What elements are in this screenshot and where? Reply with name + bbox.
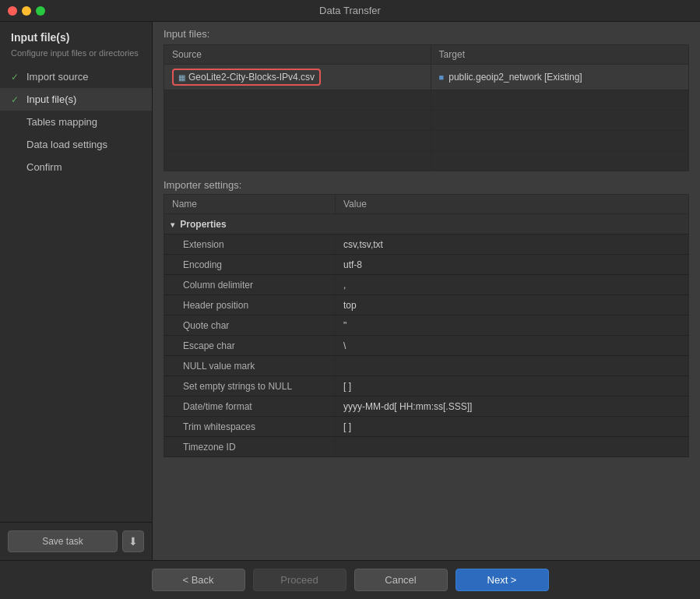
prop-name-empty-strings: Set empty strings to NULL [164, 376, 336, 396]
properties-group-header[interactable]: ▾ Properties [164, 214, 689, 234]
prop-value-header-position: top [336, 295, 689, 315]
source-file-name: GeoLite2-City-Blocks-IPv4.csv [188, 72, 315, 83]
settings-row-trim-whitespaces[interactable]: Trim whitespaces [ ] [164, 417, 689, 437]
close-button[interactable] [8, 6, 17, 16]
maximize-button[interactable] [36, 6, 45, 16]
input-files-label: Input files: [164, 28, 689, 40]
table-row-empty [164, 151, 689, 171]
cancel-button[interactable]: Cancel [354, 569, 448, 591]
prop-value-empty-strings: [ ] [336, 376, 689, 396]
prop-value-escape-char: \ [336, 336, 689, 356]
prop-value-extension: csv,tsv,txt [336, 234, 689, 255]
prop-value-null-value [336, 356, 689, 376]
title-bar: Data Transfer [0, 0, 700, 22]
target-name: public.geoip2_network [Existing] [448, 72, 582, 83]
sidebar: Input file(s) Configure input files or d… [0, 22, 153, 560]
csv-file-icon: ▦ [178, 73, 185, 82]
prop-name-extension: Extension [164, 234, 336, 255]
settings-row-null-value[interactable]: NULL value mark [164, 356, 689, 376]
check-icon: ✓ [11, 72, 22, 83]
settings-row-encoding[interactable]: Encoding utf-8 [164, 255, 689, 275]
sidebar-item-confirm[interactable]: ✓ Confirm [0, 156, 152, 178]
prop-name-escape-char: Escape char [164, 336, 336, 356]
source-column-header: Source [164, 45, 431, 65]
back-button[interactable]: < Back [152, 569, 245, 591]
prop-name-datetime-format: Date/time format [164, 396, 336, 417]
settings-icon-button[interactable]: ⬇ [122, 530, 144, 552]
sidebar-subheader: Configure input files or directories [0, 47, 152, 65]
prop-name-encoding: Encoding [164, 255, 336, 275]
prop-value-datetime-format: yyyy-MM-dd[ HH:mm:ss[.SSS]] [336, 396, 689, 417]
chevron-down-icon: ▾ [171, 220, 174, 229]
target-db-icon: ■ [439, 72, 445, 82]
sidebar-item-label: Import source [26, 71, 88, 83]
prop-name-quote-char: Quote char [164, 315, 336, 336]
main-container: Input file(s) Configure input files or d… [0, 22, 700, 560]
minimize-button[interactable] [22, 6, 31, 16]
prop-name-header-position: Header position [164, 295, 336, 315]
settings-row-extension[interactable]: Extension csv,tsv,txt [164, 234, 689, 255]
importer-settings-label: Importer settings: [164, 179, 689, 191]
files-table: Source Target ▦ GeoLite2-City-Blocks-IPv… [164, 44, 689, 171]
properties-group-label: ▾ Properties [164, 214, 689, 234]
check-icon: ✓ [11, 139, 22, 150]
table-row[interactable]: ▦ GeoLite2-City-Blocks-IPv4.csv ■ public… [164, 65, 689, 90]
sidebar-item-data-load-settings[interactable]: ✓ Data load settings [0, 133, 152, 156]
settings-row-quote-char[interactable]: Quote char " [164, 315, 689, 336]
settings-row-datetime-format[interactable]: Date/time format yyyy-MM-dd[ HH:mm:ss[.S… [164, 396, 689, 417]
save-task-button[interactable]: Save task [8, 530, 118, 552]
prop-name-timezone-id: Timezone ID [164, 437, 336, 457]
table-row-empty [164, 131, 689, 151]
window-title: Data Transfer [319, 5, 381, 16]
sidebar-item-tables-mapping[interactable]: ✓ Tables mapping [0, 111, 152, 133]
prop-name-null-value: NULL value mark [164, 356, 336, 376]
prop-value-trim-whitespaces: [ ] [336, 417, 689, 437]
settings-icon: ⬇ [128, 535, 138, 548]
check-icon: ✓ [11, 117, 22, 128]
input-files-section: Input files: Source Target ▦ [153, 22, 700, 174]
settings-row-header-position[interactable]: Header position top [164, 295, 689, 315]
value-column-header: Value [336, 195, 689, 214]
settings-table: Name Value ▾ Properties Extension csv,ts… [164, 194, 689, 457]
check-icon: ✓ [11, 162, 22, 173]
table-row-empty [164, 90, 689, 111]
sidebar-header: Input file(s) [0, 22, 152, 47]
prop-value-quote-char: " [336, 315, 689, 336]
sidebar-item-label: Data load settings [26, 139, 107, 150]
next-button[interactable]: Next > [456, 569, 549, 591]
target-cell: ■ public.geoip2_network [Existing] [431, 65, 688, 90]
file-badge: ▦ GeoLite2-City-Blocks-IPv4.csv [172, 69, 321, 86]
table-row-empty [164, 111, 689, 131]
settings-row-empty-strings[interactable]: Set empty strings to NULL [ ] [164, 376, 689, 396]
importer-settings-section: Importer settings: Name Value ▾ Properti… [153, 174, 700, 560]
settings-row-timezone-id[interactable]: Timezone ID [164, 437, 689, 457]
content-area: Input files: Source Target ▦ [153, 22, 700, 560]
check-icon: ✓ [11, 94, 22, 105]
sidebar-item-import-source[interactable]: ✓ Import source [0, 65, 152, 88]
prop-name-trim-whitespaces: Trim whitespaces [164, 417, 336, 437]
window-controls[interactable] [8, 6, 45, 16]
proceed-button[interactable]: Proceed [253, 569, 346, 591]
sidebar-bottom: Save task ⬇ [0, 522, 152, 560]
target-column-header: Target [431, 45, 688, 65]
sidebar-item-label: Tables mapping [26, 116, 97, 128]
source-cell: ▦ GeoLite2-City-Blocks-IPv4.csv [164, 65, 431, 90]
footer: < Back Proceed Cancel Next > [0, 560, 700, 599]
settings-row-column-delimiter[interactable]: Column delimiter , [164, 275, 689, 295]
prop-name-column-delimiter: Column delimiter [164, 275, 336, 295]
settings-row-escape-char[interactable]: Escape char \ [164, 336, 689, 356]
sidebar-item-label: Confirm [26, 161, 62, 173]
sidebar-item-label: Input file(s) [26, 93, 76, 105]
name-column-header: Name [164, 195, 336, 214]
prop-value-timezone-id [336, 437, 689, 457]
prop-value-encoding: utf-8 [336, 255, 689, 275]
sidebar-item-input-files[interactable]: ✓ Input file(s) [0, 88, 152, 111]
prop-value-column-delimiter: , [336, 275, 689, 295]
